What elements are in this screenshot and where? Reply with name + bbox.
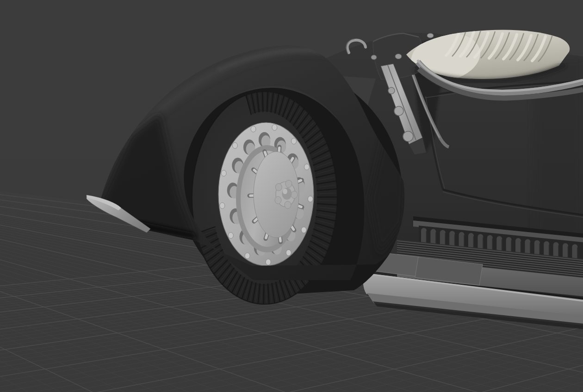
cowl-bolt xyxy=(395,54,402,59)
wheel-hub[interactable] xyxy=(218,122,314,266)
viewport[interactable] xyxy=(0,0,583,392)
center-knob-highlight xyxy=(283,189,287,194)
cowl-bolt xyxy=(427,33,434,38)
bracket-bolt xyxy=(394,106,403,116)
viewport-canvas[interactable] xyxy=(0,0,583,392)
bracket-bolt xyxy=(403,131,413,141)
cowl-bolt xyxy=(371,55,377,60)
bracket-bolt xyxy=(388,87,395,94)
